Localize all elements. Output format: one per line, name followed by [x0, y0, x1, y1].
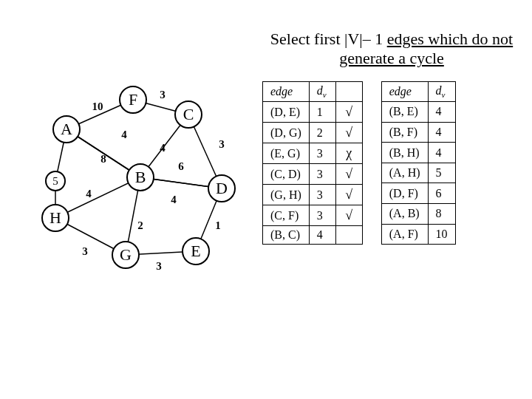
- graph-diagram: 10348346441323AFCDEGH5B: [30, 74, 236, 281]
- title-text-1: Select first |V|: [270, 30, 363, 48]
- edge-weight: 2: [137, 219, 143, 232]
- edge-weight: 1: [215, 219, 221, 232]
- cell-mark: √: [335, 185, 362, 205]
- cell-edge: (B, F): [381, 122, 428, 143]
- cell-mark: √: [335, 102, 362, 123]
- cell-mark: χ: [335, 143, 362, 164]
- cell-edge: (A, B): [381, 204, 428, 225]
- cell-mark: √: [335, 205, 362, 226]
- cell-edge: (D, G): [263, 123, 310, 143]
- table-row: (D, E)1√: [263, 102, 363, 123]
- cell-edge: (C, D): [263, 164, 310, 185]
- edge-weight: 4: [160, 142, 166, 154]
- col-mark: [335, 82, 362, 102]
- cell-edge: (B, H): [381, 143, 428, 163]
- table-row: (C, D)3√: [263, 164, 363, 185]
- cell-edge: (C, F): [263, 205, 310, 226]
- edge-weight: 3: [82, 245, 88, 258]
- edge-weight: 4: [86, 188, 92, 200]
- table-row: (D, F)6: [381, 183, 455, 204]
- edge-weight: 6: [178, 160, 184, 173]
- edge-weight: 3: [156, 260, 162, 273]
- table-row: (A, B)8: [381, 204, 455, 225]
- col-edge: edge: [263, 82, 310, 102]
- cell-mark: √: [335, 123, 362, 143]
- cell-dv: 3: [309, 185, 335, 205]
- cell-dv: 8: [428, 204, 455, 225]
- edge-weight: 10: [92, 100, 103, 113]
- cell-edge: (D, E): [263, 102, 310, 123]
- cell-edge: (D, F): [381, 183, 428, 204]
- cell-dv: 4: [428, 102, 455, 123]
- cell-dv: 4: [428, 143, 455, 163]
- cell-edge: (B, C): [263, 226, 310, 245]
- node-B5: 5: [45, 171, 66, 191]
- cell-edge: (B, E): [381, 102, 428, 123]
- cell-dv: 3: [309, 143, 335, 164]
- cell-edge: (A, H): [381, 163, 428, 183]
- node-A: A: [52, 115, 81, 143]
- cell-edge: (A, F): [381, 224, 428, 245]
- page-title: Select first |V|– 1 edges which do not g…: [266, 30, 517, 68]
- edge-tables: edge dv (D, E)1√(D, G)2√(E, G)3χ(C, D)3√…: [262, 81, 456, 245]
- table-row: (B, C)4: [263, 226, 363, 245]
- node-B: B: [126, 163, 154, 191]
- edge-weight: 4: [121, 129, 127, 141]
- col-dv: dv: [309, 82, 335, 102]
- cell-dv: 2: [309, 123, 335, 143]
- cell-edge: (G, H): [263, 185, 310, 205]
- cell-dv: 4: [309, 226, 335, 245]
- edge-weight: 8: [100, 153, 106, 166]
- table-row: (D, G)2√: [263, 123, 363, 143]
- table-row: (E, G)3χ: [263, 143, 363, 164]
- cell-dv: 5: [428, 163, 455, 183]
- cell-edge: (E, G): [263, 143, 310, 164]
- node-G: G: [112, 241, 140, 269]
- table-row: (A, F)10: [381, 224, 455, 245]
- cell-dv: 10: [428, 224, 455, 245]
- node-H: H: [41, 204, 69, 232]
- edge-weight: 4: [171, 194, 177, 206]
- title-text-2: – 1: [363, 30, 387, 48]
- cell-dv: 3: [309, 164, 335, 185]
- table-row: (B, E)4: [381, 102, 455, 123]
- col-edge: edge: [381, 82, 428, 102]
- table-row: (A, H)5: [381, 163, 455, 183]
- table-row: (C, F)3√: [263, 205, 363, 226]
- cell-dv: 6: [428, 183, 455, 204]
- edge-table-left: edge dv (D, E)1√(D, G)2√(E, G)3χ(C, D)3√…: [262, 81, 363, 245]
- edge-table-right: edge dv (B, E)4(B, F)4(B, H)4(A, H)5(D, …: [381, 81, 456, 245]
- cell-dv: 3: [309, 205, 335, 226]
- col-dv: dv: [428, 82, 455, 102]
- cell-dv: 4: [428, 122, 455, 143]
- cell-dv: 1: [309, 102, 335, 123]
- node-F: F: [119, 86, 147, 114]
- table-row: (G, H)3√: [263, 185, 363, 205]
- cell-mark: √: [335, 164, 362, 185]
- edge-weight: 3: [219, 138, 225, 151]
- node-E: E: [182, 237, 210, 265]
- node-C: C: [174, 100, 202, 129]
- table-row: (B, H)4: [381, 143, 455, 163]
- node-D: D: [208, 174, 236, 202]
- table-row: (B, F)4: [381, 122, 455, 143]
- edge-weight: 3: [160, 89, 166, 101]
- cell-mark: [335, 226, 362, 245]
